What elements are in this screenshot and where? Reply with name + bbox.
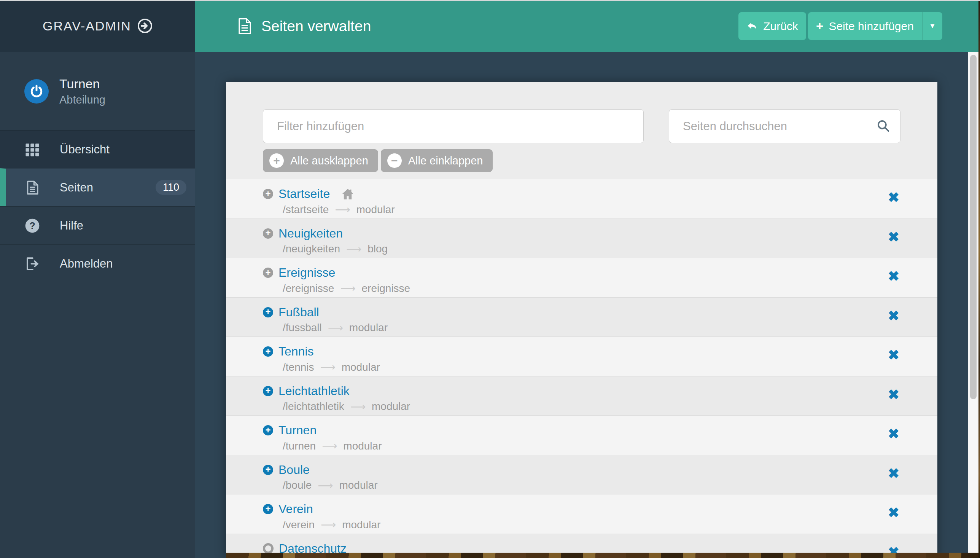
page-route: /neuigkeiten <box>283 243 340 255</box>
background-photo-bottom-edge <box>226 553 978 558</box>
expand-page-icon[interactable]: + <box>263 228 273 239</box>
page-row: + Ereignisse /ereignisse ⟶ ereignisse ✖ <box>226 258 937 297</box>
svg-text:?: ? <box>29 220 35 231</box>
page-title-link[interactable]: Turnen <box>278 423 317 437</box>
page-route: /boule <box>283 479 312 491</box>
expand-page-icon[interactable]: + <box>263 425 273 435</box>
page-route: /verein <box>283 519 315 531</box>
signout-icon <box>25 256 40 272</box>
page-template: modular <box>342 361 380 373</box>
grid-icon <box>25 141 40 158</box>
arrow-circle-icon <box>137 18 152 33</box>
plus-circle-icon: + <box>269 153 284 168</box>
page-title: Seiten verwalten <box>261 18 371 34</box>
page-title-link[interactable]: Boule <box>278 463 310 477</box>
arrow-right-icon: ⟶ <box>320 361 335 373</box>
scrollbar-thumb[interactable] <box>970 55 977 399</box>
back-button[interactable]: Zurück <box>738 12 806 40</box>
user-role: Abteilung <box>59 94 105 106</box>
user-name: Turnen <box>59 77 105 91</box>
page-route: /turnen <box>283 440 316 452</box>
expand-page-icon[interactable]: + <box>263 189 273 199</box>
sidebar-item-label: Hilfe <box>60 219 83 233</box>
avatar <box>25 79 49 103</box>
question-icon: ? <box>25 218 40 234</box>
page-title-link[interactable]: Ereignisse <box>278 266 335 280</box>
document-icon <box>238 18 252 35</box>
sidebar-item-uebersicht[interactable]: Übersicht <box>0 130 195 168</box>
page-title-link[interactable]: Neuigkeiten <box>278 226 343 241</box>
arrow-right-icon: ⟶ <box>346 243 362 255</box>
add-page-button[interactable]: + Seite hinzufügen <box>808 12 923 40</box>
pages-count-badge: 110 <box>155 180 187 195</box>
page-template: ereignisse <box>362 282 411 295</box>
collapse-all-button[interactable]: − Alle einklappen <box>381 149 493 172</box>
delete-page-icon[interactable]: ✖ <box>888 388 899 402</box>
page-row: + Tennis /tennis ⟶ modular ✖ <box>226 336 937 376</box>
page-row: + Turnen /turnen ⟶ modular ✖ <box>226 415 937 455</box>
delete-page-icon[interactable]: ✖ <box>888 427 899 441</box>
expand-page-icon[interactable]: + <box>263 307 273 317</box>
page-title-link[interactable]: Fußball <box>278 305 319 319</box>
sidebar-item-seiten[interactable]: Seiten 110 <box>0 168 195 206</box>
page-route: /leichtathletik <box>283 400 344 413</box>
page-title-link[interactable]: Verein <box>278 502 313 516</box>
add-page-dropdown-button[interactable]: ▼ <box>923 12 942 40</box>
expand-page-icon[interactable] <box>263 543 273 554</box>
window-top-border <box>0 0 980 1</box>
home-icon <box>341 189 354 200</box>
file-icon <box>25 180 40 195</box>
expand-page-icon[interactable]: + <box>263 504 273 514</box>
scrollbar-track[interactable] <box>968 52 978 558</box>
arrow-right-icon: ⟶ <box>340 282 355 295</box>
user-block[interactable]: Turnen Abteilung <box>0 52 195 130</box>
page-row: + Neuigkeiten /neuigkeiten ⟶ blog ✖ <box>226 218 937 258</box>
page-template: modular <box>349 322 388 334</box>
grav-admin-logo[interactable]: GRAV-ADMIN <box>0 0 195 52</box>
delete-page-icon[interactable]: ✖ <box>888 230 899 244</box>
expand-page-icon[interactable]: + <box>263 268 273 278</box>
expand-page-icon[interactable]: + <box>263 346 273 357</box>
expand-page-icon[interactable]: + <box>263 386 273 396</box>
page-header: Seiten verwalten Zurück + Seite hinzufüg… <box>195 0 980 52</box>
page-title-link[interactable]: Startseite <box>278 187 330 201</box>
page-template: modular <box>339 479 377 491</box>
page-route: /ereignisse <box>283 282 334 295</box>
sidebar-item-label: Seiten <box>60 181 93 195</box>
page-row: + Boule /boule ⟶ modular ✖ <box>226 455 937 494</box>
page-route: /tennis <box>283 361 314 373</box>
sidebar-item-abmelden[interactable]: Abmelden <box>0 245 195 282</box>
page-template: modular <box>343 440 381 452</box>
delete-page-icon[interactable]: ✖ <box>888 191 899 204</box>
pages-card: + Alle ausklappen − Alle einklappen + St… <box>226 82 937 558</box>
delete-page-icon[interactable]: ✖ <box>888 506 899 520</box>
arrow-right-icon: ⟶ <box>322 440 337 452</box>
search-input[interactable] <box>669 109 900 143</box>
sidebar-nav: Übersicht Seiten 110 ? <box>0 130 195 282</box>
delete-page-icon[interactable]: ✖ <box>888 467 899 480</box>
page-template: blog <box>368 243 388 255</box>
page-title-link[interactable]: Leichtathletik <box>278 384 350 398</box>
sidebar-item-hilfe[interactable]: ? Hilfe <box>0 206 195 245</box>
page-row: + Startseite /startseite ⟶ modular ✖ <box>226 179 937 218</box>
page-template: modular <box>357 204 395 216</box>
arrow-right-icon: ⟶ <box>335 203 350 216</box>
chevron-down-icon: ▼ <box>929 22 936 30</box>
page-row: + Fußball /fussball ⟶ modular ✖ <box>226 297 937 337</box>
delete-page-icon[interactable]: ✖ <box>888 269 899 283</box>
page-title-link[interactable]: Tennis <box>278 345 314 359</box>
arrow-right-icon: ⟶ <box>317 479 333 492</box>
arrow-right-icon: ⟶ <box>350 400 366 413</box>
add-page-button-label: Seite hinzufügen <box>829 20 914 33</box>
expand-all-button[interactable]: + Alle ausklappen <box>263 149 378 172</box>
arrow-right-icon: ⟶ <box>328 322 343 334</box>
add-page-button-group: + Seite hinzufügen ▼ <box>808 12 942 40</box>
delete-page-icon[interactable]: ✖ <box>888 348 899 362</box>
plus-icon: + <box>816 20 823 32</box>
filter-input[interactable] <box>263 109 644 143</box>
expand-page-icon[interactable]: + <box>263 465 273 475</box>
delete-page-icon[interactable]: ✖ <box>888 309 899 323</box>
search-icon[interactable] <box>876 119 891 133</box>
collapse-all-label: Alle einklappen <box>408 154 483 167</box>
logo-text: GRAV-ADMIN <box>43 19 131 33</box>
